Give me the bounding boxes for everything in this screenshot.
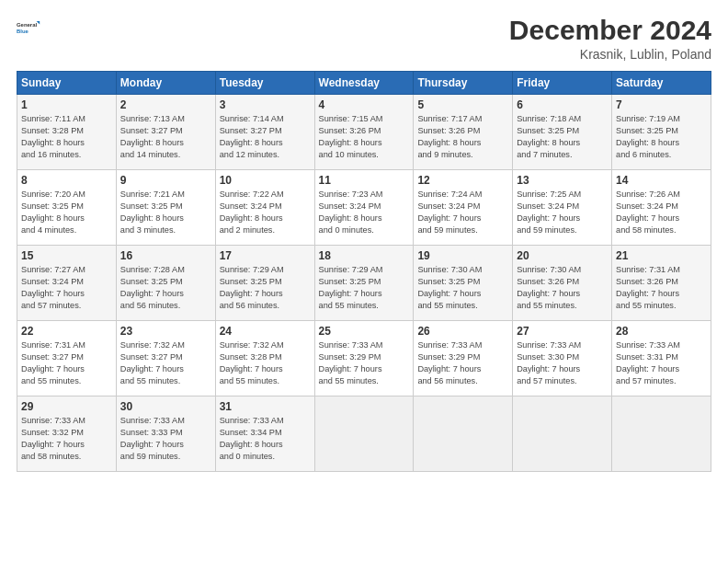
day-info: Sunrise: 7:29 AM Sunset: 3:25 PM Dayligh… [319,264,410,312]
day-number: 11 [319,174,410,187]
day-info: Sunrise: 7:28 AM Sunset: 3:25 PM Dayligh… [120,264,211,312]
calendar-cell: 5Sunrise: 7:17 AM Sunset: 3:26 PM Daylig… [414,95,513,170]
calendar-cell: 13Sunrise: 7:25 AM Sunset: 3:24 PM Dayli… [513,170,612,246]
subtitle: Krasnik, Lublin, Poland [509,47,711,62]
day-info: Sunrise: 7:15 AM Sunset: 3:26 PM Dayligh… [319,113,410,161]
day-number: 6 [517,98,608,111]
day-number: 12 [417,174,508,187]
day-info: Sunrise: 7:33 AM Sunset: 3:33 PM Dayligh… [120,415,211,463]
calendar-cell: 25Sunrise: 7:33 AM Sunset: 3:29 PM Dayli… [314,321,414,396]
day-info: Sunrise: 7:13 AM Sunset: 3:27 PM Dayligh… [120,113,211,161]
calendar-cell: 30Sunrise: 7:33 AM Sunset: 3:33 PM Dayli… [116,396,215,472]
svg-text:General: General [17,22,37,28]
day-number: 5 [417,98,508,111]
calendar-cell: 3Sunrise: 7:14 AM Sunset: 3:27 PM Daylig… [215,95,314,170]
day-number: 26 [417,325,508,338]
day-info: Sunrise: 7:27 AM Sunset: 3:24 PM Dayligh… [21,264,112,312]
calendar-cell: 2Sunrise: 7:13 AM Sunset: 3:27 PM Daylig… [116,95,215,170]
day-info: Sunrise: 7:14 AM Sunset: 3:27 PM Dayligh… [220,113,311,161]
day-info: Sunrise: 7:33 AM Sunset: 3:34 PM Dayligh… [220,415,311,463]
day-number: 14 [616,174,707,187]
calendar-cell: 18Sunrise: 7:29 AM Sunset: 3:25 PM Dayli… [314,246,414,321]
calendar-week-row: 22Sunrise: 7:31 AM Sunset: 3:27 PM Dayli… [17,321,711,396]
calendar-cell: 31Sunrise: 7:33 AM Sunset: 3:34 PM Dayli… [215,396,314,472]
header-tuesday: Tuesday [215,72,314,95]
svg-text:Blue: Blue [17,29,29,34]
calendar-cell: 23Sunrise: 7:32 AM Sunset: 3:27 PM Dayli… [116,321,215,396]
main-title: December 2024 [509,15,711,45]
header-monday: Monday [116,72,215,95]
calendar-cell: 8Sunrise: 7:20 AM Sunset: 3:25 PM Daylig… [17,170,117,246]
header-friday: Friday [513,72,612,95]
day-info: Sunrise: 7:29 AM Sunset: 3:25 PM Dayligh… [220,264,311,312]
day-info: Sunrise: 7:33 AM Sunset: 3:31 PM Dayligh… [616,339,707,387]
day-number: 19 [417,249,508,262]
calendar-table: Sunday Monday Tuesday Wednesday Thursday… [17,71,711,472]
day-info: Sunrise: 7:24 AM Sunset: 3:24 PM Dayligh… [417,189,508,236]
day-info: Sunrise: 7:33 AM Sunset: 3:29 PM Dayligh… [417,339,508,387]
calendar-cell [612,396,711,472]
day-number: 21 [616,249,707,262]
calendar-cell: 16Sunrise: 7:28 AM Sunset: 3:25 PM Dayli… [116,246,215,321]
day-info: Sunrise: 7:22 AM Sunset: 3:24 PM Dayligh… [220,189,311,236]
calendar-cell: 21Sunrise: 7:31 AM Sunset: 3:26 PM Dayli… [612,246,711,321]
day-number: 16 [120,249,211,262]
day-number: 18 [319,249,410,262]
title-block: December 2024 Krasnik, Lublin, Poland [509,15,711,62]
day-info: Sunrise: 7:20 AM Sunset: 3:25 PM Dayligh… [21,189,112,236]
calendar-cell [414,396,513,472]
header-saturday: Saturday [612,72,711,95]
calendar-cell [314,396,414,472]
svg-marker-2 [37,21,40,25]
day-info: Sunrise: 7:26 AM Sunset: 3:24 PM Dayligh… [616,189,707,236]
day-number: 29 [21,400,112,413]
day-number: 7 [616,98,707,111]
day-number: 15 [21,249,112,262]
header: GeneralBlue December 2024 Krasnik, Lubli… [17,15,711,62]
day-number: 31 [220,400,311,413]
day-number: 20 [517,249,608,262]
day-number: 22 [21,325,112,338]
calendar-cell: 17Sunrise: 7:29 AM Sunset: 3:25 PM Dayli… [215,246,314,321]
day-info: Sunrise: 7:21 AM Sunset: 3:25 PM Dayligh… [120,189,211,236]
calendar-cell: 26Sunrise: 7:33 AM Sunset: 3:29 PM Dayli… [414,321,513,396]
day-number: 23 [120,325,211,338]
header-sunday: Sunday [17,72,117,95]
day-info: Sunrise: 7:30 AM Sunset: 3:26 PM Dayligh… [517,264,608,312]
day-info: Sunrise: 7:32 AM Sunset: 3:27 PM Dayligh… [120,339,211,387]
calendar-cell: 4Sunrise: 7:15 AM Sunset: 3:26 PM Daylig… [314,95,414,170]
calendar-cell: 29Sunrise: 7:33 AM Sunset: 3:32 PM Dayli… [17,396,117,472]
calendar-cell: 10Sunrise: 7:22 AM Sunset: 3:24 PM Dayli… [215,170,314,246]
logo-icon: GeneralBlue [17,15,42,40]
calendar-page: GeneralBlue December 2024 Krasnik, Lubli… [0,0,728,563]
day-number: 25 [319,325,410,338]
day-info: Sunrise: 7:11 AM Sunset: 3:28 PM Dayligh… [21,113,112,161]
day-number: 24 [220,325,311,338]
day-number: 1 [21,98,112,111]
day-number: 3 [220,98,311,111]
day-info: Sunrise: 7:19 AM Sunset: 3:25 PM Dayligh… [616,113,707,161]
calendar-cell: 22Sunrise: 7:31 AM Sunset: 3:27 PM Dayli… [17,321,117,396]
day-info: Sunrise: 7:17 AM Sunset: 3:26 PM Dayligh… [417,113,508,161]
calendar-week-row: 8Sunrise: 7:20 AM Sunset: 3:25 PM Daylig… [17,170,711,246]
calendar-cell: 7Sunrise: 7:19 AM Sunset: 3:25 PM Daylig… [612,95,711,170]
calendar-cell: 28Sunrise: 7:33 AM Sunset: 3:31 PM Dayli… [612,321,711,396]
day-number: 17 [220,249,311,262]
day-info: Sunrise: 7:32 AM Sunset: 3:28 PM Dayligh… [220,339,311,387]
calendar-cell: 15Sunrise: 7:27 AM Sunset: 3:24 PM Dayli… [17,246,117,321]
calendar-cell: 1Sunrise: 7:11 AM Sunset: 3:28 PM Daylig… [17,95,117,170]
day-info: Sunrise: 7:25 AM Sunset: 3:24 PM Dayligh… [517,189,608,236]
day-number: 28 [616,325,707,338]
day-number: 27 [517,325,608,338]
day-info: Sunrise: 7:31 AM Sunset: 3:27 PM Dayligh… [21,339,112,387]
logo: GeneralBlue [17,15,42,40]
day-info: Sunrise: 7:33 AM Sunset: 3:29 PM Dayligh… [319,339,410,387]
calendar-header-row: Sunday Monday Tuesday Wednesday Thursday… [17,72,711,95]
calendar-cell: 24Sunrise: 7:32 AM Sunset: 3:28 PM Dayli… [215,321,314,396]
calendar-cell: 20Sunrise: 7:30 AM Sunset: 3:26 PM Dayli… [513,246,612,321]
day-number: 4 [319,98,410,111]
day-info: Sunrise: 7:30 AM Sunset: 3:25 PM Dayligh… [417,264,508,312]
calendar-cell: 19Sunrise: 7:30 AM Sunset: 3:25 PM Dayli… [414,246,513,321]
day-info: Sunrise: 7:18 AM Sunset: 3:25 PM Dayligh… [517,113,608,161]
day-number: 2 [120,98,211,111]
